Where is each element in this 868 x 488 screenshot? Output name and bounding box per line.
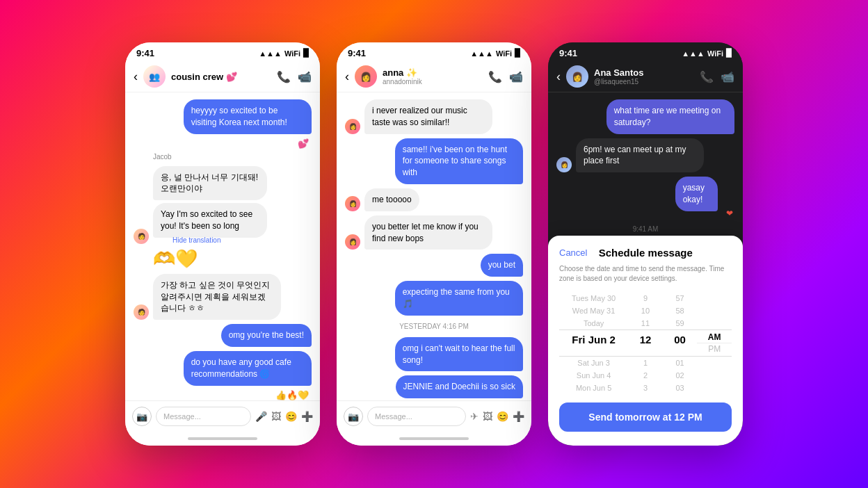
video-icon-3[interactable]: 📹 bbox=[721, 70, 734, 83]
picker-min: 59 bbox=[663, 317, 698, 330]
bubble: 6pm! we can meet up at my place first bbox=[576, 138, 704, 173]
msg-row: do you have any good cafe recommendation… bbox=[134, 351, 312, 386]
msg-row: heyyyy so excited to be visiting Korea n… bbox=[134, 99, 312, 134]
home-bar-2 bbox=[399, 437, 469, 440]
camera-button-1[interactable]: 📷 bbox=[132, 407, 152, 426]
battery-icon-2: ▉ bbox=[515, 49, 520, 58]
message-input-1[interactable]: Message... bbox=[156, 407, 251, 426]
plus-icon-1[interactable]: ➕ bbox=[301, 411, 313, 422]
time-1: 9:41 bbox=[136, 48, 154, 58]
translation-link[interactable]: Hide translation bbox=[153, 236, 312, 244]
header-actions-1: 📞 📹 bbox=[277, 70, 312, 83]
back-button-1[interactable]: ‹ bbox=[134, 70, 138, 84]
phone-1: 9:41 ▲▲▲ WiFi ▉ ‹ 👥 cousin crew 💕 📞 📹 he… bbox=[125, 42, 320, 446]
home-indicator-2 bbox=[337, 432, 531, 446]
pm-option[interactable]: PM bbox=[697, 343, 732, 354]
image-icon-2[interactable]: 🖼 bbox=[483, 411, 492, 422]
msg-row: 👩 you better let me know if you find new… bbox=[345, 215, 523, 250]
battery-icon: ▉ bbox=[303, 49, 309, 58]
picker-min: 03 bbox=[663, 382, 698, 394]
messages-area-1: heyyyy so excited to be visiting Korea n… bbox=[125, 92, 320, 400]
avatar-2: 👩 bbox=[355, 65, 377, 88]
msg-row: 👩 6pm! we can meet up at my place first bbox=[556, 138, 734, 173]
schedule-modal: Cancel Schedule message Choose the date … bbox=[548, 236, 743, 446]
msg-row: expecting the same from you 🎵 bbox=[345, 281, 523, 316]
time-3: 9:41 bbox=[559, 48, 577, 58]
timestamp-p2: YESTERDAY 4:16 PM bbox=[345, 323, 523, 330]
msg-row: 🧑 응, 널 만나서 너무 기대돼!오랜만이야 Yay I'm so excit… bbox=[134, 166, 312, 244]
home-bar-1 bbox=[188, 437, 257, 440]
status-bar-1: 9:41 ▲▲▲ WiFi ▉ bbox=[125, 42, 320, 61]
bubble: JENNIE and Doechii is so sick bbox=[396, 375, 523, 398]
msg-row: you bet bbox=[345, 254, 523, 277]
bubble: you bet bbox=[481, 254, 523, 277]
timestamp-p3: 9:41 AM bbox=[556, 225, 734, 233]
wifi-icon: WiFi bbox=[284, 49, 300, 58]
picker-date: Sun Jun 4 bbox=[559, 369, 628, 382]
picker-row-selected[interactable]: Fri Jun 2 12 00 AM PM bbox=[559, 330, 732, 357]
status-icons-1: ▲▲▲ WiFi ▉ bbox=[259, 49, 309, 58]
send-schedule-button[interactable]: Send tomorrow at 12 PM bbox=[559, 402, 732, 432]
chat-header-3: ‹ 👩 Ana Santos @lisaqueen15 📞 📹 bbox=[548, 61, 743, 92]
msg-row: 👩 i never realized our music taste was s… bbox=[345, 99, 523, 134]
header-info-2: anna ✨ annadominik bbox=[383, 67, 483, 86]
message-input-2[interactable]: Message... bbox=[367, 407, 466, 426]
back-button-3[interactable]: ‹ bbox=[556, 70, 561, 84]
modal-title: Schedule message bbox=[599, 247, 693, 259]
wifi-icon-2: WiFi bbox=[496, 49, 512, 58]
signal-icon-3: ▲▲▲ bbox=[682, 49, 705, 58]
msg-row: JENNIE and Doechii is so sick bbox=[345, 375, 523, 398]
sender-label-1: Jacob bbox=[134, 153, 312, 161]
picker-ampm bbox=[697, 369, 732, 382]
emoji-icon-2[interactable]: 😊 bbox=[497, 411, 508, 422]
chat-sub-3: @lisaqueen15 bbox=[594, 78, 694, 86]
emoji-icon-1[interactable]: 😊 bbox=[285, 411, 297, 422]
modal-header: Cancel Schedule message bbox=[559, 247, 732, 259]
send-icon-2[interactable]: ✈ bbox=[470, 411, 479, 422]
modal-cancel-button[interactable]: Cancel bbox=[559, 247, 587, 258]
heart-reaction: ❤ bbox=[675, 209, 733, 218]
picker-date-selected: Fri Jun 2 bbox=[559, 332, 628, 354]
call-icon-2[interactable]: 📞 bbox=[488, 70, 502, 83]
header-actions-3: 📞 📹 bbox=[700, 70, 734, 83]
phone-3: 9:41 ▲▲▲ WiFi ▉ ‹ 👩 Ana Santos @lisaquee… bbox=[548, 42, 743, 446]
picker-row: Wed May 31 10 58 bbox=[559, 304, 732, 317]
bubble: heyyyy so excited to be visiting Korea n… bbox=[184, 99, 312, 134]
call-icon-1[interactable]: 📞 bbox=[277, 70, 291, 83]
msg-row: omg i can't wait to hear the full song! bbox=[345, 337, 523, 372]
camera-button-2[interactable]: 📷 bbox=[344, 407, 363, 426]
call-icon-3[interactable]: 📞 bbox=[700, 70, 714, 83]
picker-date: Mon Jun 5 bbox=[559, 382, 628, 394]
am-option[interactable]: AM bbox=[697, 332, 732, 343]
signal-icon: ▲▲▲ bbox=[259, 49, 282, 58]
bubble: expecting the same from you 🎵 bbox=[395, 281, 523, 316]
avatar-1: 👥 bbox=[143, 65, 166, 88]
bubble: 응, 널 만나서 너무 기대돼!오랜만이야 bbox=[153, 166, 267, 201]
wifi-icon-3: WiFi bbox=[707, 49, 723, 58]
picker-hour: 11 bbox=[628, 317, 663, 330]
ampm-selector: AM PM bbox=[697, 332, 732, 354]
chat-name-3: Ana Santos bbox=[594, 67, 694, 78]
picker-date: Sat Jun 3 bbox=[559, 357, 628, 369]
video-icon-2[interactable]: 📹 bbox=[509, 70, 523, 83]
phone-2: 9:41 ▲▲▲ WiFi ▉ ‹ 👩 anna ✨ annadominik 📞… bbox=[337, 42, 531, 446]
input-bar-2: 📷 Message... ✈ 🖼 😊 ➕ bbox=[337, 400, 531, 432]
picker-hour: 9 bbox=[628, 292, 663, 304]
plus-icon-2[interactable]: ➕ bbox=[513, 411, 524, 422]
video-icon-1[interactable]: 📹 bbox=[298, 70, 312, 83]
reaction-2: 👍🔥💛 bbox=[134, 390, 309, 400]
avatar-mini-p2-2: 👩 bbox=[345, 196, 360, 211]
picker-ampm bbox=[697, 292, 732, 304]
time-picker: Tues May 30 9 57 Wed May 31 10 58 Today … bbox=[559, 292, 732, 394]
picker-row: Mon Jun 5 3 03 bbox=[559, 382, 732, 394]
reaction-1: 💕 bbox=[134, 138, 309, 149]
mic-icon-1[interactable]: 🎤 bbox=[255, 411, 267, 422]
header-actions-2: 📞 📹 bbox=[488, 70, 523, 83]
bubble: i never realized our music taste was so … bbox=[364, 99, 492, 134]
image-icon-1[interactable]: 🖼 bbox=[271, 411, 281, 422]
picker-row: Sun Jun 4 2 02 bbox=[559, 369, 732, 382]
bubble: what time are we meeting on saturday? bbox=[606, 99, 734, 134]
msg-row: what time are we meeting on saturday? bbox=[556, 99, 734, 134]
picker-hour: 3 bbox=[628, 382, 663, 394]
back-button-2[interactable]: ‹ bbox=[345, 70, 349, 84]
